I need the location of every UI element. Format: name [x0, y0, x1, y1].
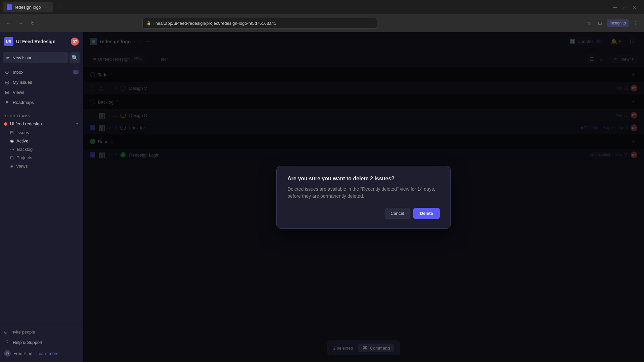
free-plan-label: Free Plan — [13, 351, 32, 356]
tab-close-button[interactable]: ✕ — [44, 4, 49, 10]
bookmark-icon[interactable]: ☆ — [584, 18, 593, 28]
sidebar-navigation: ⊙ Inbox 1 ◎ My issues ⊞ Views ≡ Roadmaps — [0, 64, 83, 110]
new-issue-button[interactable]: ✏ New issue — [3, 52, 68, 63]
sidebar-sub-item-active[interactable]: ◉ Active — [0, 137, 83, 145]
sidebar-item-inbox[interactable]: ⊙ Inbox 1 — [0, 67, 83, 77]
issues-icon: ⊞ — [10, 130, 14, 135]
sub-item-label: Views — [16, 164, 28, 169]
sidebar-header: UR UI Feed Redesign D7 — [0, 32, 83, 51]
team-arrow-icon: ▼ — [75, 122, 79, 126]
new-issue-label: New issue — [12, 55, 33, 60]
profile-button[interactable]: Incognito — [607, 19, 629, 27]
user-avatar: D7 — [71, 38, 79, 46]
inbox-icon: ⊙ — [4, 69, 10, 75]
lock-icon: 🔒 — [147, 21, 151, 25]
sidebar-item-views[interactable]: ⊞ Views — [0, 87, 83, 97]
my-issues-icon: ◎ — [4, 79, 10, 85]
sidebar-actions: ✏ New issue 🔍 — [0, 51, 83, 64]
dialog-title: Are you sure you want to delete 2 issues… — [287, 176, 440, 182]
extension-icon[interactable]: ⊡ — [595, 18, 605, 28]
sidebar-item-roadmaps[interactable]: ≡ Roadmaps — [0, 97, 83, 107]
teams-section-label: Your teams — [0, 110, 83, 119]
app-layout: UR UI Feed Redesign D7 ✏ New issue 🔍 ⊙ I… — [0, 32, 644, 362]
dialog-overlay: Are you sure you want to delete 2 issues… — [83, 32, 644, 362]
tab-favicon — [7, 4, 12, 10]
refresh-button[interactable]: ↻ — [28, 18, 38, 28]
more-options-icon[interactable]: ⋮ — [631, 18, 640, 28]
help-icon: ? — [4, 339, 10, 345]
active-icon: ◉ — [10, 138, 14, 143]
sidebar-sub-item-backlog[interactable]: ⋯ Backlog — [0, 145, 83, 154]
tab-title: redesign logo — [15, 5, 41, 10]
delete-dialog: Are you sure you want to delete 2 issues… — [276, 166, 451, 229]
navigation-bar: ← → ↻ 🔒 linear.app/ui-feed-redesign/proj… — [0, 14, 644, 32]
profile-label: Incognito — [609, 21, 626, 25]
team-name: Ui feed redesign — [10, 121, 73, 126]
free-plan-row: ⬡ Free Plan Learn more — [0, 347, 83, 359]
close-icon[interactable]: ✕ — [632, 4, 637, 10]
restore-icon[interactable]: ▭ — [623, 4, 628, 10]
sub-item-label: Issues — [16, 130, 29, 135]
window-controls: ─ ▭ ✕ — [613, 4, 641, 10]
search-icon: 🔍 — [71, 55, 78, 61]
user-initials: D7 — [73, 40, 77, 44]
sidebar: UR UI Feed Redesign D7 ✏ New issue 🔍 ⊙ I… — [0, 32, 83, 362]
workspace-avatar: UR — [4, 37, 13, 46]
dialog-body: Deleted issues are available in the "Rec… — [287, 186, 440, 200]
backlog-icon: ⋯ — [10, 147, 14, 152]
inbox-badge: 1 — [73, 70, 79, 74]
sub-item-label: Active — [16, 138, 28, 143]
sub-item-label: Backlog — [17, 147, 33, 152]
url-text: linear.app/ui-feed-redesign/project/rede… — [153, 21, 276, 26]
address-bar[interactable]: 🔒 linear.app/ui-feed-redesign/project/re… — [142, 18, 377, 28]
projects-icon: ⊡ — [10, 155, 14, 160]
minimize-icon[interactable]: ─ — [613, 4, 619, 10]
sidebar-item-label: Roadmaps — [13, 100, 34, 105]
forward-button[interactable]: → — [16, 18, 25, 28]
plus-icon: ✏ — [6, 55, 10, 60]
delete-button[interactable]: Delete — [413, 208, 440, 219]
sidebar-item-label: Views — [13, 90, 24, 95]
sidebar-item-label: Inbox — [13, 70, 23, 75]
team-sub-navigation: ⊞ Issues ◉ Active ⋯ Backlog ⊡ Projects ◈… — [0, 128, 83, 170]
dialog-actions: Cancel Delete — [287, 208, 440, 219]
team-row[interactable]: Ui feed redesign ▼ — [0, 119, 83, 128]
tab-bar: redesign logo ✕ + ─ ▭ ✕ — [0, 0, 644, 14]
team-dot-icon — [4, 122, 7, 126]
sidebar-sub-item-projects[interactable]: ⊡ Projects — [0, 154, 83, 162]
workspace-name: UI Feed Redesign — [16, 39, 68, 44]
sidebar-sub-item-issues[interactable]: ⊞ Issues — [0, 128, 83, 137]
sidebar-bottom: ⊕ Invite people ? Help & Support ⬡ Free … — [0, 324, 83, 362]
back-button[interactable]: ← — [4, 18, 13, 28]
invite-people-button[interactable]: ⊕ Invite people — [0, 327, 83, 337]
active-tab[interactable]: redesign logo ✕ — [3, 2, 53, 12]
free-plan-icon: ⬡ — [4, 350, 11, 357]
search-button[interactable]: 🔍 — [69, 52, 80, 63]
learn-more-link[interactable]: Learn more — [36, 351, 58, 356]
workspace-initials: UR — [6, 40, 11, 44]
main-content: 📋 redesign logo ▾ ☆ ••• 🔄 Updates 0 🔔 ▾ … — [83, 32, 644, 362]
invite-label: Invite people — [10, 329, 35, 335]
sub-item-label: Projects — [16, 155, 32, 160]
sidebar-item-label: My issues — [13, 80, 32, 85]
views-icon: ⊞ — [4, 89, 10, 95]
help-support-button[interactable]: ? Help & Support — [0, 337, 83, 347]
views2-icon: ◈ — [10, 164, 13, 169]
sidebar-sub-item-views[interactable]: ◈ Views — [0, 162, 83, 170]
help-label: Help & Support — [13, 340, 42, 345]
roadmaps-icon: ≡ — [4, 99, 10, 105]
plus-circle-icon: ⊕ — [4, 329, 8, 335]
browser-chrome: redesign logo ✕ + ─ ▭ ✕ ← → ↻ 🔒 linear.a… — [0, 0, 644, 32]
nav-actions: ☆ ⊡ Incognito ⋮ — [584, 18, 640, 28]
new-tab-button[interactable]: + — [54, 2, 64, 12]
cancel-button[interactable]: Cancel — [385, 208, 410, 219]
sidebar-item-my-issues[interactable]: ◎ My issues — [0, 77, 83, 87]
